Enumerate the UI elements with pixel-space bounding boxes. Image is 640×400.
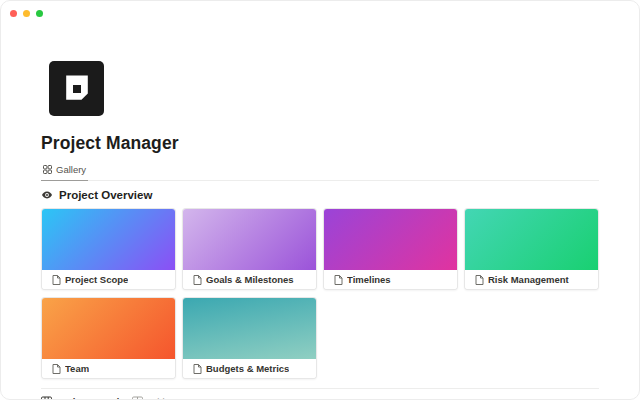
card-title: Team bbox=[65, 363, 89, 374]
tab-gallery-label: Gallery bbox=[56, 164, 86, 175]
board-section-header: Project Board Table bbox=[41, 396, 599, 400]
minimize-window-button[interactable] bbox=[23, 10, 30, 17]
app-window: Project Manager Gallery bbox=[0, 0, 640, 400]
board-columns-icon bbox=[41, 396, 52, 400]
card-title: Goals & Milestones bbox=[206, 274, 294, 285]
window-titlebar bbox=[1, 1, 639, 25]
cube-glyph bbox=[62, 74, 92, 104]
card-cover-image bbox=[465, 209, 598, 270]
view-chip-table[interactable]: Table bbox=[132, 396, 170, 400]
card-cover-image bbox=[183, 209, 316, 270]
card-cover-image bbox=[42, 298, 175, 359]
overview-section-title: Project Overview bbox=[59, 189, 152, 201]
section-divider bbox=[41, 388, 599, 389]
page-icon bbox=[193, 275, 202, 285]
card-label-row: Timelines bbox=[324, 270, 457, 289]
view-chip-table-label: Table bbox=[147, 396, 170, 400]
card-label-row: Goals & Milestones bbox=[183, 270, 316, 289]
card-label-row: Project Scope bbox=[42, 270, 175, 289]
page-logo-icon[interactable] bbox=[49, 61, 104, 116]
gallery-card[interactable]: Timelines bbox=[323, 208, 458, 290]
gallery-card[interactable]: Team bbox=[41, 297, 176, 379]
gallery-card[interactable]: Project Scope bbox=[41, 208, 176, 290]
gallery-grid: Project Scope Goals & Milestones Tim bbox=[41, 208, 599, 379]
page-icon bbox=[52, 275, 61, 285]
close-window-button[interactable] bbox=[10, 10, 17, 17]
zoom-window-button[interactable] bbox=[36, 10, 43, 17]
board-section-title[interactable]: Project Board bbox=[57, 396, 119, 400]
page-icon bbox=[52, 364, 61, 374]
tab-gallery[interactable]: Gallery bbox=[41, 161, 88, 181]
card-cover-image bbox=[42, 209, 175, 270]
gallery-card[interactable]: Risk Management bbox=[464, 208, 599, 290]
gallery-grid-icon bbox=[43, 165, 52, 174]
eye-icon bbox=[41, 189, 53, 201]
gallery-card[interactable]: Goals & Milestones bbox=[182, 208, 317, 290]
page-icon bbox=[475, 275, 484, 285]
overview-section-header[interactable]: Project Overview bbox=[41, 189, 599, 201]
card-title: Timelines bbox=[347, 274, 391, 285]
card-label-row: Risk Management bbox=[465, 270, 598, 289]
page-content: Project Manager Gallery bbox=[1, 61, 639, 400]
page-icon bbox=[334, 275, 343, 285]
card-title: Risk Management bbox=[488, 274, 569, 285]
view-tabs-row: Gallery bbox=[41, 161, 599, 181]
card-label-row: Team bbox=[42, 359, 175, 378]
card-title: Budgets & Metrics bbox=[206, 363, 289, 374]
page-icon bbox=[193, 364, 202, 374]
page-title: Project Manager bbox=[41, 133, 599, 154]
gallery-card[interactable]: Budgets & Metrics bbox=[182, 297, 317, 379]
card-label-row: Budgets & Metrics bbox=[183, 359, 316, 378]
table-icon bbox=[132, 396, 143, 400]
card-cover-image bbox=[183, 298, 316, 359]
card-cover-image bbox=[324, 209, 457, 270]
card-title: Project Scope bbox=[65, 274, 128, 285]
